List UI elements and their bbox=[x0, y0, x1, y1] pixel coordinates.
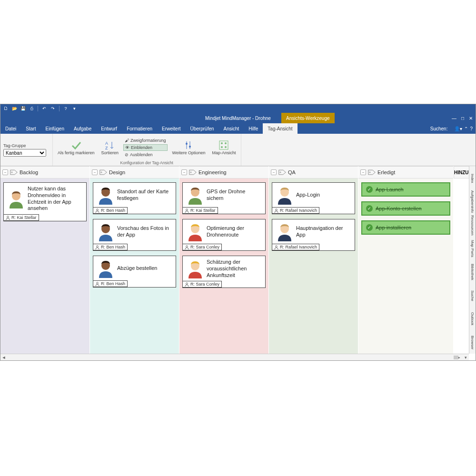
card-assignee: R: Sara Conley bbox=[182, 281, 222, 288]
kanban-card[interactable]: Vorschau des Fotos in der AppR: Ben Hash bbox=[93, 219, 176, 251]
more-options-button[interactable]: Weitere Optionen bbox=[170, 139, 208, 156]
column-body[interactable]: GPS der Drohne sichernR: Kai Stellar Opt… bbox=[179, 178, 268, 354]
sidetab-index[interactable]: Index bbox=[470, 167, 476, 189]
collapse-icon[interactable]: − bbox=[271, 169, 277, 175]
column-backlog: −Backlog Nutzer kann das Drohnenvideo in… bbox=[0, 166, 90, 354]
eye-icon: 👁 bbox=[125, 145, 129, 150]
column-design: −Design Standort auf der Karte festlegen… bbox=[90, 166, 179, 354]
column-eng: −Engineering GPS der Drohne sichernR: Ka… bbox=[179, 166, 269, 354]
new-doc-icon[interactable]: 🗋 bbox=[2, 105, 9, 112]
kanban-card[interactable]: Abzüge bestellenR: Ben Hash bbox=[93, 256, 176, 288]
show-button[interactable]: 👁Einblenden bbox=[123, 144, 168, 151]
tab-datei[interactable]: Datei bbox=[0, 123, 21, 134]
svg-point-11 bbox=[11, 172, 12, 173]
tab-tag-ansicht[interactable]: Tag-Ansicht bbox=[263, 123, 297, 134]
sidetab-bibliothek[interactable]: Bibliothek bbox=[470, 261, 476, 283]
column-body[interactable]: ✓App Launch✓App-Konto erstellen✓App inst… bbox=[358, 178, 453, 354]
avatar-icon bbox=[187, 186, 204, 205]
help-icon[interactable]: ? bbox=[62, 105, 69, 112]
tab-start[interactable]: Start bbox=[21, 123, 40, 134]
column-title: Design bbox=[109, 169, 125, 175]
column-header[interactable]: −Backlog bbox=[0, 166, 89, 178]
horizontal-scrollbar[interactable]: ◄ ► ▾ bbox=[0, 354, 469, 360]
tab-ueberpruefen[interactable]: Überprüfen bbox=[186, 123, 219, 134]
column-header[interactable]: −Design bbox=[90, 166, 179, 178]
sidetab-ressourcen[interactable]: Ressourcen bbox=[470, 214, 476, 237]
kanban-card[interactable]: Nutzer kann das Drohnenvideo in Echtzeit… bbox=[3, 182, 87, 221]
svg-point-30 bbox=[276, 208, 278, 210]
ribbon-collapse-icon[interactable]: ⌃ bbox=[464, 126, 468, 131]
branch-format-button[interactable]: 🖌Zweigformatierung bbox=[123, 138, 168, 143]
close-icon[interactable]: ✕ bbox=[469, 116, 473, 121]
taggroup-label: Tag-Gruppe bbox=[3, 143, 26, 148]
kanban-card[interactable]: Optimierung der DrohnenrouteR: Sara Conl… bbox=[182, 219, 266, 251]
sidetab-browser[interactable]: Browser bbox=[470, 331, 476, 354]
column-header[interactable]: −Engineering bbox=[179, 166, 268, 178]
help-icon[interactable]: ? bbox=[470, 126, 473, 131]
hide-button[interactable]: ⊘Ausblenden bbox=[123, 152, 168, 158]
collapse-icon[interactable]: − bbox=[360, 169, 366, 175]
kanban-card[interactable]: Standort auf der Karte festlegenR: Ben H… bbox=[93, 182, 176, 214]
side-panel-tabs: IndexAufgabeninfoRessourcenMap PartsBibl… bbox=[469, 166, 476, 354]
add-column-button[interactable]: HINZU bbox=[454, 166, 469, 178]
column-body[interactable]: App-LoginR: Rafael Ivanovich Hauptnaviga… bbox=[269, 178, 358, 354]
kanban-card[interactable]: App-LoginR: Rafael Ivanovich bbox=[272, 182, 355, 214]
tab-ansicht[interactable]: Ansicht bbox=[219, 123, 244, 134]
kanban-card[interactable]: GPS der Drohne sichernR: Kai Stellar bbox=[182, 182, 266, 214]
column-body[interactable]: Nutzer kann das Drohnenvideo in Echtzeit… bbox=[0, 178, 89, 354]
map-view-button[interactable]: Map-Ansicht bbox=[210, 139, 238, 156]
card-title: App-Login bbox=[296, 192, 320, 198]
user-icon[interactable]: 👤▾ bbox=[454, 126, 462, 131]
kanban-board: −Backlog Nutzer kann das Drohnenvideo in… bbox=[0, 166, 469, 354]
tab-einfuegen[interactable]: Einfügen bbox=[40, 123, 69, 134]
sidetab-map-parts[interactable]: Map Parts bbox=[470, 238, 476, 260]
column-body[interactable]: Standort auf der Karte festlegenR: Ben H… bbox=[90, 178, 179, 354]
tab-aufgabe[interactable]: Aufgabe bbox=[69, 123, 96, 134]
sidetab-aufgabeninfo[interactable]: Aufgabeninfo bbox=[470, 190, 476, 213]
card-assignee: R: Rafael Ivanovich bbox=[272, 244, 319, 250]
open-icon[interactable]: 📂 bbox=[11, 105, 18, 112]
kanban-card-done[interactable]: ✓App-Konto erstellen bbox=[361, 201, 450, 216]
save-icon[interactable]: 💾 bbox=[20, 105, 26, 112]
tab-erweitert[interactable]: Erweitert bbox=[157, 123, 185, 134]
column-header[interactable]: −Erledigt bbox=[358, 166, 453, 178]
mark-done-button[interactable]: Als fertig markieren bbox=[56, 139, 97, 156]
minimize-icon[interactable]: — bbox=[452, 116, 456, 121]
column-title: Backlog bbox=[20, 169, 38, 175]
tab-formatieren[interactable]: Formatieren bbox=[122, 123, 157, 134]
kanban-card[interactable]: Schätzung der voraussichtlichen Ankunfts… bbox=[182, 256, 266, 288]
collapse-icon[interactable]: − bbox=[181, 169, 187, 175]
maximize-icon[interactable]: □ bbox=[461, 116, 464, 121]
undo-icon[interactable]: ↶ bbox=[41, 105, 48, 112]
card-title: Schätzung der voraussichtlichen Ankunfts… bbox=[207, 259, 261, 278]
card-assignee: R: Ben Hash bbox=[93, 244, 128, 250]
window-title: Mindjet MindManager - Drohne bbox=[205, 116, 271, 121]
kanban-card-done[interactable]: ✓App installieren bbox=[361, 220, 450, 235]
ribbon: Tag-Gruppe Kanban Als fertig markieren A… bbox=[0, 134, 476, 166]
sidetab-outlook[interactable]: Outlook bbox=[470, 308, 476, 330]
svg-point-8 bbox=[225, 142, 227, 144]
scroll-thumb[interactable] bbox=[454, 356, 458, 359]
redo-icon[interactable]: ↷ bbox=[50, 105, 56, 112]
avatar-icon bbox=[97, 259, 114, 278]
svg-point-5 bbox=[189, 146, 191, 148]
card-title: App-Konto erstellen bbox=[376, 206, 422, 211]
sidetab-suche[interactable]: Suche bbox=[470, 284, 476, 307]
card-assignee: R: Kai Stellar bbox=[182, 207, 218, 214]
scroll-left-icon[interactable]: ◄ bbox=[0, 354, 7, 361]
collapse-icon[interactable]: − bbox=[92, 169, 98, 175]
kanban-card[interactable]: Hauptnavigation der AppR: Rafael Ivanovi… bbox=[272, 219, 355, 251]
svg-point-14 bbox=[101, 172, 102, 173]
tab-hilfe[interactable]: Hilfe bbox=[244, 123, 263, 134]
taggroup-select[interactable]: Kanban bbox=[3, 149, 46, 157]
check-circle-icon: ✓ bbox=[366, 186, 373, 193]
print-icon[interactable]: ⎙ bbox=[28, 105, 35, 112]
collapse-icon[interactable]: − bbox=[2, 169, 8, 175]
column-header[interactable]: −QA bbox=[269, 166, 358, 178]
tab-entwurf[interactable]: Entwurf bbox=[96, 123, 122, 134]
scroll-options-icon[interactable]: ▾ bbox=[462, 354, 469, 361]
more-icon[interactable]: ▾ bbox=[71, 105, 78, 112]
ribbon-group-caption: Konfiguration der Tag-Ansicht bbox=[56, 160, 238, 165]
sort-button[interactable]: AZ Sortieren bbox=[99, 139, 121, 156]
kanban-card-done[interactable]: ✓App Launch bbox=[361, 182, 450, 197]
